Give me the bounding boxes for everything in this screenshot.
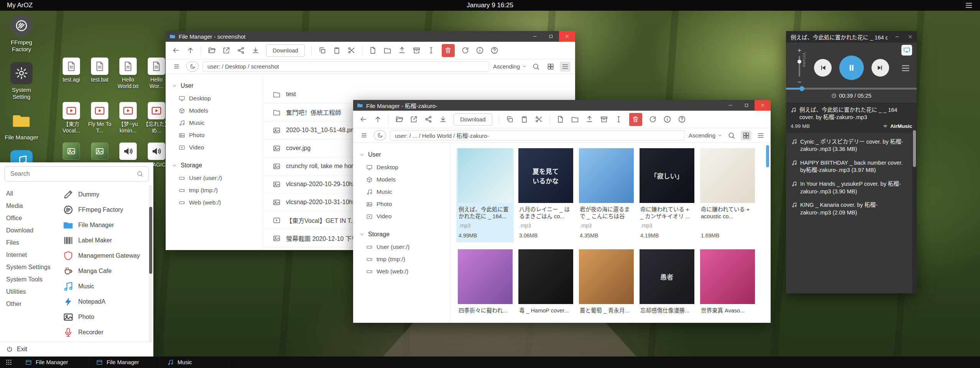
category-item[interactable]: Office (0, 212, 58, 224)
scrollbar-thumb[interactable] (766, 145, 769, 167)
minimize-button[interactable] (722, 100, 738, 111)
rename-button[interactable] (427, 46, 435, 54)
back-button[interactable] (359, 115, 367, 123)
start-button[interactable] (0, 357, 18, 368)
sidebar-item[interactable]: Video (353, 210, 451, 222)
topbar-menu-icon[interactable] (965, 1, 973, 10)
search-view-button[interactable] (726, 131, 737, 141)
rename-button[interactable] (615, 115, 623, 123)
file-tile[interactable]: 愚者 忘却感傷仕像漫勝... (638, 249, 696, 323)
new-folder-button[interactable] (571, 115, 579, 123)
file-tile[interactable]: 毒 _ HamoP cover... (517, 249, 574, 323)
refresh-button[interactable] (461, 46, 469, 54)
upload-button[interactable] (398, 46, 406, 54)
download-button[interactable]: Download (454, 113, 492, 126)
share-button[interactable] (237, 46, 245, 54)
app-list-item[interactable]: System Setting (61, 340, 146, 342)
file-tile[interactable]: 四季折々に擬われ... (456, 249, 514, 323)
category-item[interactable]: Internet (0, 249, 58, 261)
desktop-file-icon[interactable]: Hello World.txt (114, 57, 142, 90)
help-button[interactable] (678, 115, 686, 123)
download-button[interactable]: Download (266, 44, 305, 57)
category-item[interactable]: System Settings (0, 261, 58, 273)
copy-button[interactable] (318, 46, 326, 54)
back-button[interactable] (172, 46, 180, 54)
category-item[interactable]: Download (0, 224, 58, 237)
sidebar-item[interactable]: Desktop (166, 92, 263, 105)
close-button[interactable] (559, 31, 575, 42)
desktop-file-icon[interactable]: 【東方Vocal... (58, 102, 85, 134)
trash-button[interactable] (629, 113, 642, 126)
desktop-file-icon[interactable]: test.agi (58, 57, 85, 90)
app-list-item[interactable]: NotepadA (61, 294, 146, 309)
list-view-button[interactable] (560, 62, 571, 72)
open-button[interactable] (208, 46, 216, 54)
up-button[interactable] (186, 46, 194, 54)
dark-mode-button[interactable] (186, 61, 199, 72)
maximize-button[interactable] (543, 31, 559, 42)
sidebar-item[interactable]: Desktop (353, 161, 451, 173)
close-button[interactable] (904, 31, 917, 43)
grid-scrollbar[interactable] (766, 145, 770, 323)
close-button[interactable] (755, 100, 771, 111)
taskbar-task[interactable]: Music (159, 357, 230, 368)
grid-view-button[interactable] (545, 62, 556, 72)
desktop-app-icon[interactable]: System Setting (3, 62, 40, 100)
previous-button[interactable] (814, 59, 832, 77)
sidebar-section-storage[interactable]: Storage (166, 159, 263, 172)
help-button[interactable] (490, 46, 498, 54)
paste-button[interactable] (520, 115, 528, 123)
grid-view-button[interactable] (741, 131, 751, 141)
up-button[interactable] (374, 115, 382, 123)
app-list-item[interactable]: FFmpeg Factory (61, 202, 146, 218)
app-list-item[interactable]: Manga Cafe (61, 263, 146, 279)
breadcrumb-path-input[interactable] (390, 130, 685, 141)
cut-button[interactable] (347, 46, 355, 54)
info-button[interactable] (663, 115, 671, 123)
search-icon[interactable] (136, 170, 143, 177)
desktop-file-icon[interactable]: Fly Me To T... (86, 102, 113, 134)
desktop-file-icon[interactable]: test.bat (86, 57, 113, 90)
sidebar-item[interactable]: Photo (166, 129, 263, 141)
next-button[interactable] (871, 59, 889, 77)
list-mode-button[interactable] (170, 61, 183, 72)
search-input[interactable] (5, 166, 149, 182)
volume-up-button[interactable]: + (797, 47, 801, 54)
desktop-app-icon[interactable]: File Manager (3, 110, 40, 141)
desktop-app-icon[interactable]: FFmpeg Factory (3, 15, 40, 53)
airmusic-badge[interactable]: AirMusic (883, 123, 912, 129)
sidebar-section-user[interactable]: User (353, 148, 451, 161)
title-bar[interactable]: File Manager - screenshot (166, 31, 575, 42)
open-external-button[interactable] (222, 46, 230, 54)
open-button[interactable] (395, 115, 403, 123)
file-tile[interactable]: 夏を見て いるかな 八月のレイニー _ はるまきごはん co... .mp3 3… (517, 148, 574, 242)
maximize-button[interactable] (738, 100, 755, 111)
exit-button[interactable]: Exit (0, 342, 153, 357)
app-list-item[interactable]: Recorder (61, 325, 146, 340)
app-list-item[interactable]: Music (61, 279, 146, 294)
app-list-item[interactable]: File Manager (61, 218, 146, 233)
file-tile[interactable]: 「寂しい」 命に嫌われている + _ カンザキイオリ ... .mp3 4.19… (638, 148, 696, 242)
file-tile[interactable]: 例えば、今此処に置かれた花に _ 164... .mp3 4.99MB (456, 148, 514, 242)
sidebar-item[interactable]: Music (353, 186, 451, 198)
start-menu-scrollbar[interactable] (149, 185, 153, 342)
download-icon-button[interactable] (252, 46, 260, 54)
list-mode-button[interactable] (358, 130, 370, 141)
download-icon-button[interactable] (439, 115, 447, 123)
info-button[interactable] (476, 46, 484, 54)
sidebar-item[interactable]: Video (166, 141, 263, 154)
playlist-toggle-button[interactable] (901, 63, 911, 73)
share-button[interactable] (424, 115, 432, 123)
cut-button[interactable] (535, 115, 543, 123)
sidebar-item[interactable]: User (user:/) (353, 241, 451, 253)
archive-button[interactable] (413, 46, 421, 54)
category-item[interactable]: System Tools (0, 273, 58, 286)
pause-button[interactable] (839, 56, 864, 80)
sidebar-item[interactable]: Models (353, 173, 451, 186)
sort-dropdown[interactable]: Ascending (689, 132, 722, 139)
upload-button[interactable] (585, 115, 594, 123)
app-list-item[interactable]: Photo (61, 309, 146, 325)
sidebar-item[interactable]: tmp (tmp:/) (353, 253, 451, 265)
app-list-item[interactable]: Label Maker (61, 233, 146, 248)
file-tile[interactable]: 世界東真 Avaso... (699, 249, 756, 323)
